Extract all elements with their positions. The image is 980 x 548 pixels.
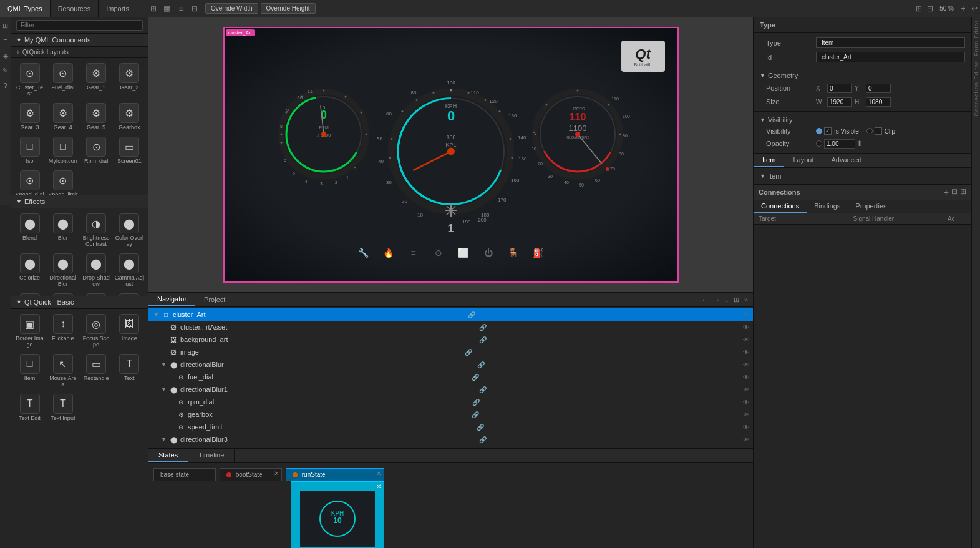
item-section-header[interactable]: ▼ Item <box>754 170 971 182</box>
component-fuel-dial[interactable]: ⊙ Fuel_dial <box>47 61 79 99</box>
type-prop-value[interactable]: Item <box>816 37 965 48</box>
filter-input[interactable] <box>16 20 143 31</box>
component-speed-dial[interactable]: ⊙ Speed_d.al <box>14 168 46 195</box>
size-h-input[interactable] <box>866 97 891 107</box>
conn-tab-bindings[interactable]: Bindings <box>807 200 848 213</box>
state-run-close[interactable]: ✕ <box>376 470 381 477</box>
size-w-input[interactable] <box>827 97 852 107</box>
nav-item-speedlimit[interactable]: ▶ ⊙ speed_limit 🔗 👁 <box>148 421 753 433</box>
qt-rectangle[interactable]: ▭ Rectangle <box>80 351 112 390</box>
toolbar-icon-grid[interactable]: ⊟ <box>924 3 936 14</box>
section-effects[interactable]: ▼ Effects <box>11 195 148 208</box>
opacity-input[interactable] <box>824 139 855 149</box>
effect-hue-sat[interactable]: ⬤ Hue Saturation <box>47 291 79 296</box>
position-y-input[interactable] <box>866 84 891 93</box>
nav-item-dirblur1[interactable]: ▼ ⬤ directionalBlur1 🔗 👁 <box>148 383 753 396</box>
nav-item-rpmdial[interactable]: ▶ ⊙ rpm_dial 🔗 👁 <box>148 396 753 408</box>
component-rpm-dial[interactable]: ⊙ Rpm_dial <box>80 134 112 167</box>
override-height-btn[interactable]: Override Height <box>261 3 316 14</box>
states-tab[interactable]: States <box>148 449 188 462</box>
quick-layouts-btn[interactable]: + QtQuick.Layouts <box>11 47 148 58</box>
section-my-qml[interactable]: ▼ My QML Components <box>11 34 148 47</box>
nav-eye-img[interactable]: 👁 <box>743 349 749 356</box>
nav-back-btn[interactable]: ← <box>700 296 709 304</box>
override-width-btn[interactable]: Override Width <box>205 3 258 14</box>
qt-mouse-area[interactable]: ↖ Mouse Area <box>47 351 79 390</box>
nav-item-image[interactable]: ▶ 🖼 image 🔗 👁 <box>148 346 753 358</box>
effect-gamma[interactable]: ⬤ Gamma Adjust <box>114 251 145 290</box>
conn-tab-connections[interactable]: Connections <box>754 200 807 213</box>
qt-flickable[interactable]: ↕ Flickable <box>47 311 79 350</box>
nav-item-gearbox[interactable]: ▶ ⚙ gearbox 🔗 👁 <box>148 408 753 421</box>
nav-eye-bg[interactable]: 👁 <box>743 336 749 343</box>
effect-masked-blur[interactable]: ⬤ Masked Blur <box>114 291 145 296</box>
connections-expand-btn[interactable]: ⊞ <box>960 187 966 197</box>
component-gear5[interactable]: ⚙ Gear_5 <box>80 100 112 133</box>
effect-blend[interactable]: ⬤ Blend <box>14 211 46 250</box>
vis-radio-left[interactable] <box>816 128 822 134</box>
preview-close-btn[interactable]: ✕ <box>376 483 381 490</box>
nav-item-background-art[interactable]: ▶ 🖼 background_art 🔗 👁 <box>148 333 753 346</box>
form-editor-label[interactable]: Form Editor <box>972 17 980 59</box>
component-gear4[interactable]: ⚙ Gear_4 <box>47 100 79 133</box>
nav-item-dirblur[interactable]: ▼ ⬤ directionalBlur 🔗 👁 <box>148 358 753 371</box>
nav-tab-navigator[interactable]: Navigator <box>148 293 195 306</box>
effect-brightness[interactable]: ◑ Brightness Contrast <box>80 211 112 250</box>
section-qt-quick[interactable]: ▼ Qt Quick - Basic <box>11 296 148 309</box>
nav-eye-gearbox[interactable]: 👁 <box>743 411 749 418</box>
effect-drop-shadow[interactable]: ⬤ Drop Shadow <box>80 251 112 290</box>
effect-blur[interactable]: ⬤ Blur <box>47 211 79 250</box>
clip-checkbox[interactable] <box>875 127 882 135</box>
nav-eye-cluster-art[interactable]: 👁 <box>743 311 749 318</box>
is-visible-checkbox[interactable]: ✓ <box>824 127 832 135</box>
nav-down-btn[interactable]: ↓ <box>724 296 730 304</box>
state-card-base[interactable]: base state <box>153 468 216 481</box>
position-x-input[interactable] <box>827 84 852 93</box>
nav-item-cluster-rtasset[interactable]: ▶ 🖼 cluster...rtAsset 🔗 👁 <box>148 321 753 333</box>
qt-image[interactable]: 🖼 Image <box>114 311 145 350</box>
tab-resources[interactable]: Resources <box>51 0 99 17</box>
opacity-stepper-up[interactable]: ⬆ <box>856 139 863 148</box>
effect-colorize[interactable]: ⬤ Colorize <box>14 251 46 290</box>
toolbar-icon-2[interactable]: ▦ <box>162 3 173 14</box>
connections-settings-btn[interactable]: ⊟ <box>951 187 958 197</box>
component-gear3[interactable]: ⚙ Gear_3 <box>14 100 46 133</box>
qt-text[interactable]: T Text <box>114 351 145 390</box>
nav-eye-rtasset[interactable]: 👁 <box>743 324 749 331</box>
connections-add-btn[interactable]: + <box>944 187 949 197</box>
conn-tab-properties[interactable]: Properties <box>848 200 894 213</box>
left-icon-5[interactable]: ? <box>0 80 11 91</box>
id-prop-value[interactable]: cluster_Art <box>816 52 965 62</box>
component-gearbox[interactable]: ⚙ Gearbox <box>114 100 145 133</box>
qt-border-image[interactable]: ▣ Border Image <box>14 311 46 350</box>
nav-forward-btn[interactable]: → <box>712 296 721 304</box>
prop-tab-layout[interactable]: Layout <box>784 154 822 167</box>
qt-text-edit[interactable]: T Text Edit <box>14 391 46 424</box>
left-icon-file[interactable]: ⊞ <box>0 20 11 31</box>
left-icon-edit[interactable]: ≡ <box>0 35 11 46</box>
left-icon-4[interactable]: ✎ <box>0 65 11 76</box>
qt-text-input[interactable]: T Text Input <box>47 391 79 424</box>
state-card-run[interactable]: runState ✕ <box>286 468 384 481</box>
nav-eye-dirblur[interactable]: 👁 <box>743 361 749 368</box>
nav-collapse-btn[interactable]: » <box>743 296 749 304</box>
timeline-tab[interactable]: Timeline <box>188 449 235 462</box>
effect-dir-blur[interactable]: ⬤ Directional Blur <box>47 251 79 290</box>
toolbar-icon-snap[interactable]: ⊞ <box>913 3 924 14</box>
nav-eye-rpmdial[interactable]: 👁 <box>743 399 749 406</box>
state-boot-close[interactable]: ✕ <box>274 470 279 477</box>
vis-radio-right[interactable] <box>866 128 873 134</box>
component-myicon[interactable]: □ MyIcon.con <box>47 134 79 167</box>
nav-eye-dirblur1[interactable]: 👁 <box>743 386 749 393</box>
component-iso[interactable]: □ Iso <box>14 134 46 167</box>
component-speed-limit[interactable]: ⊙ Speed_limit <box>47 168 79 195</box>
prop-tab-advanced[interactable]: Advanced <box>822 154 870 167</box>
nav-expand-btn[interactable]: ⊞ <box>732 296 740 304</box>
nav-tab-project[interactable]: Project <box>195 293 234 306</box>
nav-eye-dirblur3[interactable]: 👁 <box>743 436 749 443</box>
component-screen01[interactable]: ▭ Screen01 <box>114 134 145 167</box>
effect-glow[interactable]: ✦ Glow <box>14 291 46 296</box>
conn-editor-label[interactable]: Connection Editor <box>972 59 980 119</box>
qt-item[interactable]: □ Item <box>14 351 46 390</box>
tab-qml-types[interactable]: QML Types <box>0 0 51 17</box>
